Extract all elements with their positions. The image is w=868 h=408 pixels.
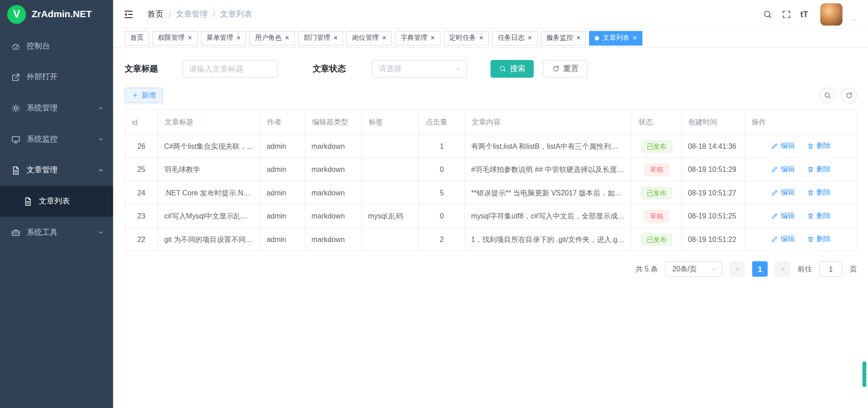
tab-menu[interactable]: 菜单管理× xyxy=(201,31,246,45)
delete-label: 删除 xyxy=(816,234,831,244)
app-title: ZrAdmin.NET xyxy=(32,9,92,20)
close-icon[interactable]: × xyxy=(334,34,338,42)
cell-editor: markdown xyxy=(305,134,362,157)
edit-button[interactable]: 编辑 xyxy=(771,164,795,174)
cell-editor: markdown xyxy=(305,204,362,228)
breadcrumb-item[interactable]: 文章管理 xyxy=(176,9,208,19)
fullscreen-icon[interactable] xyxy=(781,9,791,19)
close-icon[interactable]: × xyxy=(479,34,483,42)
edit-button[interactable]: 编辑 xyxy=(771,141,795,151)
sort-icon[interactable] xyxy=(140,117,145,127)
close-icon[interactable]: × xyxy=(382,34,386,42)
close-icon[interactable]: × xyxy=(632,34,637,42)
tab-post[interactable]: 岗位管理× xyxy=(347,31,392,45)
edit-button[interactable]: 编辑 xyxy=(771,211,795,221)
page-content: 文章标题 文章状态 请选择 搜索 重置 xyxy=(113,47,868,276)
delete-button[interactable]: 删除 xyxy=(807,141,831,151)
sidebar-menu: 控制台 外部打开 系统管理 系统监控 文章管理 xyxy=(0,29,113,248)
tab-article-list[interactable]: 文章列表× xyxy=(590,31,642,45)
font-size-icon[interactable]: tT xyxy=(800,9,808,19)
tab-user-role[interactable]: 用户角色× xyxy=(250,31,295,45)
external-link-icon xyxy=(11,72,21,82)
column-label: 状态 xyxy=(638,117,653,127)
close-icon[interactable]: × xyxy=(576,34,580,42)
close-icon[interactable]: × xyxy=(236,34,241,42)
close-icon[interactable]: × xyxy=(188,34,192,42)
tab-cron[interactable]: 定时任务× xyxy=(443,31,489,45)
column-header-id[interactable]: id xyxy=(125,109,157,134)
goto-page-input[interactable] xyxy=(819,261,842,276)
tab-home[interactable]: 首页 xyxy=(125,31,149,45)
cell-status: 草稿 xyxy=(632,158,681,181)
cell-hits: 2 xyxy=(419,228,465,251)
cell-status: 已发布 xyxy=(632,181,681,204)
total-count: 共 5 条 xyxy=(636,264,658,274)
delete-button[interactable]: 删除 xyxy=(807,188,831,198)
avatar[interactable] xyxy=(820,3,842,25)
close-icon[interactable]: × xyxy=(431,34,435,42)
cell-tags xyxy=(362,134,419,157)
cell-content: mysql字符集utf8，c#写入中文后，全部显示成? ... xyxy=(465,204,632,228)
breadcrumb: 首页 / 文章管理 / 文章列表 xyxy=(147,9,252,19)
sidebar-item-article-list[interactable]: 文章列表 xyxy=(0,186,113,217)
column-header-tags: 标签 xyxy=(362,109,419,134)
close-icon[interactable]: × xyxy=(285,34,289,42)
cell-title: git 为不同的项目设置不同... xyxy=(158,228,260,251)
sidebar-item-label: 外部打开 xyxy=(27,72,58,82)
delete-button[interactable]: 删除 xyxy=(807,234,831,244)
table-header-row: id 文章标题 作者 编辑器类型 标签 点击量 文章内容 状态 创建时间 操作 xyxy=(125,109,857,134)
cell-author: admin xyxy=(260,158,305,181)
sidebar-item-article[interactable]: 文章管理 xyxy=(0,155,113,186)
sidebar-item-external[interactable]: 外部打开 xyxy=(0,62,113,93)
sidebar: V ZrAdmin.NET 控制台 外部打开 系统管理 系统监控 xyxy=(0,0,113,408)
status-badge: 草稿 xyxy=(644,163,669,176)
breadcrumb-item[interactable]: 文章列表 xyxy=(220,9,252,19)
edit-button[interactable]: 编辑 xyxy=(771,188,795,198)
edit-button[interactable]: 编辑 xyxy=(771,234,795,244)
table-toolbar: 新增 xyxy=(125,88,857,103)
article-status-select[interactable]: 请选择 xyxy=(372,60,467,77)
cell-actions: 编辑 删除 xyxy=(745,204,857,228)
page-number-button[interactable]: 1 xyxy=(752,261,768,276)
sidebar-item-monitor[interactable]: 系统监控 xyxy=(0,123,113,155)
cell-content: 有两个list,listA 和listB，listA中有三个属性列为St... xyxy=(465,134,632,157)
table-row: 25 羽毛球教学 admin markdown 0 #羽毛球拍参数说明 ## 中… xyxy=(125,158,857,181)
sidebar-item-dashboard[interactable]: 控制台 xyxy=(0,30,113,62)
tab-job-log[interactable]: 任务日志× xyxy=(492,31,538,45)
tab-label: 服务监控 xyxy=(547,33,573,43)
article-title-input[interactable] xyxy=(182,60,278,77)
tab-dict[interactable]: 字典管理× xyxy=(395,31,440,45)
reset-button-label: 重置 xyxy=(563,64,579,74)
show-search-icon[interactable] xyxy=(820,88,835,103)
logo[interactable]: V ZrAdmin.NET xyxy=(0,0,113,29)
select-placeholder: 请选择 xyxy=(378,64,401,74)
reset-button[interactable]: 重置 xyxy=(543,60,587,77)
delete-label: 删除 xyxy=(816,188,831,198)
search-button[interactable]: 搜索 xyxy=(491,60,534,77)
collapse-menu-icon[interactable] xyxy=(123,9,134,20)
tab-permission[interactable]: 权限管理× xyxy=(152,31,198,45)
add-button[interactable]: 新增 xyxy=(125,88,163,103)
chevron-down-icon[interactable] xyxy=(851,17,857,22)
close-icon[interactable]: × xyxy=(528,34,532,42)
prev-page-button[interactable] xyxy=(729,261,745,276)
cell-id: 26 xyxy=(125,134,157,157)
scrollbar-thumb[interactable] xyxy=(863,361,867,387)
refresh-icon[interactable] xyxy=(841,88,857,103)
delete-button[interactable]: 删除 xyxy=(807,164,831,174)
cell-actions: 编辑 删除 xyxy=(745,228,857,251)
sidebar-item-system[interactable]: 系统管理 xyxy=(0,93,113,124)
sidebar-item-tools[interactable]: 系统工具 xyxy=(0,217,113,248)
cell-created: 08-19 10:51:25 xyxy=(681,204,745,228)
next-page-button[interactable] xyxy=(775,261,790,276)
tab-service-monitor[interactable]: 服务监控× xyxy=(541,31,586,45)
column-header-status[interactable]: 状态 xyxy=(632,109,681,134)
sort-icon[interactable] xyxy=(656,117,660,127)
chevron-down-icon xyxy=(455,66,462,72)
tab-dept[interactable]: 部门管理× xyxy=(298,31,343,45)
page-size-select[interactable]: 20条/页 xyxy=(665,261,722,276)
tab-label: 用户角色 xyxy=(255,33,282,43)
delete-button[interactable]: 删除 xyxy=(807,211,831,221)
search-icon[interactable] xyxy=(763,9,773,19)
breadcrumb-item[interactable]: 首页 xyxy=(147,9,164,19)
